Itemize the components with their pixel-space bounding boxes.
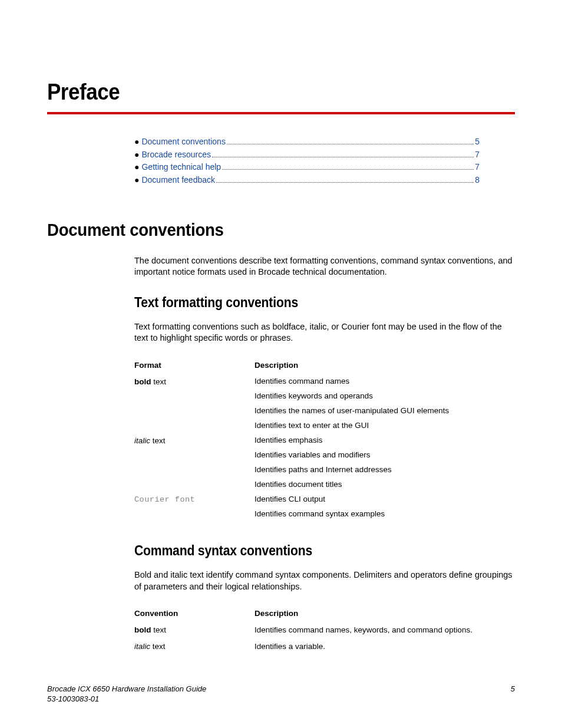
convention-cell: italic text bbox=[134, 641, 254, 658]
toc-leader bbox=[227, 144, 474, 144]
toc-leader bbox=[212, 157, 474, 157]
toc-page: 7 bbox=[475, 161, 480, 174]
table-row: bold text Identifies command names, keyw… bbox=[134, 625, 515, 641]
format-cell: bold text bbox=[134, 377, 254, 436]
bullet-icon: ● bbox=[134, 161, 139, 174]
page-footer: Brocade ICX 6650 Hardware Installation G… bbox=[47, 684, 515, 704]
description-cell: Identifies CLI output Identifies command… bbox=[254, 495, 515, 524]
description-cell: Identifies emphasis Identifies variables… bbox=[254, 436, 515, 495]
toc-item[interactable]: ● Brocade resources 7 bbox=[134, 149, 480, 162]
toc-page: 5 bbox=[475, 136, 480, 149]
table-header: Description bbox=[254, 361, 515, 377]
subsection-heading: Text formatting conventions bbox=[134, 295, 484, 311]
subsection-body: Text formatting conventions such as bold… bbox=[134, 321, 515, 344]
toc-leader bbox=[222, 169, 474, 170]
footer-title: Brocade ICX 6650 Hardware Installation G… bbox=[47, 684, 206, 694]
table-row: Courier font Identifies CLI output Ident… bbox=[134, 495, 515, 524]
toc-label: Getting technical help bbox=[141, 161, 221, 174]
table-header: Description bbox=[254, 609, 515, 625]
table-header: Format bbox=[134, 361, 254, 377]
table-row: italic text Identifies a variable. bbox=[134, 641, 515, 658]
toc-item[interactable]: ● Getting technical help 7 bbox=[134, 161, 480, 174]
page-title: Preface bbox=[47, 80, 477, 105]
text-formatting-table: Format Description bold text Identifies … bbox=[134, 361, 515, 524]
table-row: italic text Identifies emphasis Identifi… bbox=[134, 436, 515, 495]
bullet-icon: ● bbox=[134, 174, 139, 187]
toc-page: 7 bbox=[475, 149, 480, 162]
table-of-contents: ● Document conventions 5 ● Brocade resou… bbox=[134, 136, 480, 187]
convention-cell: bold text bbox=[134, 625, 254, 641]
footer-docnum: 53-1003083-01 bbox=[47, 694, 206, 704]
description-cell: Identifies command names Identifies keyw… bbox=[254, 377, 515, 436]
toc-item[interactable]: ● Document conventions 5 bbox=[134, 136, 480, 149]
footer-page-number: 5 bbox=[511, 684, 515, 704]
toc-label: Brocade resources bbox=[141, 149, 211, 162]
toc-label: Document feedback bbox=[141, 174, 215, 187]
bullet-icon: ● bbox=[134, 149, 139, 162]
description-cell: Identifies a variable. bbox=[254, 641, 515, 658]
subsection-heading: Command syntax conventions bbox=[134, 543, 484, 559]
toc-leader bbox=[216, 182, 474, 183]
title-rule bbox=[47, 112, 515, 114]
section-body: The document conventions describe text f… bbox=[134, 255, 515, 278]
format-cell: Courier font bbox=[134, 495, 254, 524]
table-row: bold text Identifies command names Ident… bbox=[134, 377, 515, 436]
toc-page: 8 bbox=[475, 174, 480, 187]
bullet-icon: ● bbox=[134, 136, 139, 149]
section-heading: Document conventions bbox=[47, 220, 477, 240]
command-syntax-table: Convention Description bold text Identif… bbox=[134, 609, 515, 657]
format-cell: italic text bbox=[134, 436, 254, 495]
subsection-body: Bold and italic text identify command sy… bbox=[134, 569, 515, 592]
toc-label: Document conventions bbox=[141, 136, 225, 149]
description-cell: Identifies command names, keywords, and … bbox=[254, 625, 515, 641]
table-header: Convention bbox=[134, 609, 254, 625]
toc-item[interactable]: ● Document feedback 8 bbox=[134, 174, 480, 187]
